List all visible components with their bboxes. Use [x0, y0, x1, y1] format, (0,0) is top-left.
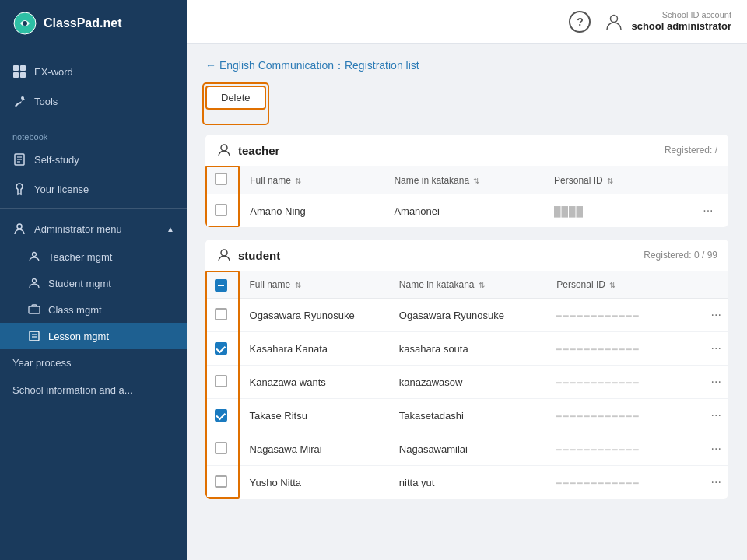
table-row: Nagasawa Mirai Nagasawamilai ━━━━━━━━━━━… — [205, 432, 728, 466]
svg-point-13 — [33, 279, 37, 283]
teacher-table-body: Amano Ning Amanonei ████ ··· — [205, 194, 728, 228]
student-row6-menu-button[interactable]: ··· — [706, 474, 725, 491]
sidebar-item-exword[interactable]: EX-word — [0, 57, 187, 86]
sidebar-item-yearprocess-label: Year process — [12, 357, 71, 369]
teacher-icon — [216, 142, 232, 158]
sidebar-item-classmgmt[interactable]: Class mgmt — [0, 296, 187, 323]
sidebar: ClassPad.net EX-word Tools notebook Self… — [0, 0, 187, 560]
student-katakana-header[interactable]: Name in katakana ⇅ — [390, 271, 547, 299]
student-row4-fullname: Takase Ritsu — [240, 399, 390, 432]
admin-submenu: Teacher mgmt Student mgmt Class mgmt Les… — [0, 243, 187, 349]
student-table-scroll[interactable]: Ogasawara Ryunosuke Ogasawara Ryunosuke … — [205, 299, 728, 499]
sidebar-item-studentmgmt[interactable]: Student mgmt — [0, 270, 187, 296]
student-row1-menu-button[interactable]: ··· — [706, 306, 725, 324]
student-row4-menu-button[interactable]: ··· — [706, 407, 725, 424]
sidebar-item-yourlicense[interactable]: Your license — [0, 174, 187, 204]
student-row5-fullname: Nagasawa Mirai — [240, 432, 390, 466]
student-row1-checkbox[interactable] — [215, 308, 227, 320]
breadcrumb[interactable]: ← English Communication：Registration lis… — [205, 59, 728, 73]
teacher-row-actions[interactable]: ··· — [689, 194, 728, 228]
student-section: student Registered: 0 / 99 — [205, 240, 728, 499]
teacher-section: teacher Registered: / Full name — [205, 135, 728, 227]
student-row6-actions[interactable]: ··· — [696, 466, 728, 499]
sidebar-item-tools[interactable]: Tools — [0, 86, 187, 116]
student-row6-check[interactable] — [205, 466, 240, 499]
student-row3-personalid: ━━━━━━━━━━━━ — [547, 366, 696, 399]
sidebar-nav: EX-word Tools notebook Self-study Your l… — [0, 47, 187, 560]
student-row5-menu-button[interactable]: ··· — [706, 440, 725, 457]
svg-rect-2 — [13, 65, 19, 71]
personalid-sort-icon: ⇅ — [607, 177, 613, 185]
student-personalid-header[interactable]: Personal ID ⇅ — [547, 271, 696, 299]
sidebar-item-classmgmt-label: Class mgmt — [48, 304, 102, 316]
topbar-right: ? School ID account school administrator — [569, 9, 731, 33]
student-row5-actions[interactable]: ··· — [696, 432, 728, 466]
logo[interactable]: ClassPad.net — [0, 0, 187, 47]
student-row5-katakana: Nagasawamilai — [390, 432, 547, 466]
student-check-header[interactable] — [205, 271, 240, 299]
teacher-katakana-header[interactable]: Name in katakana ⇅ — [384, 166, 545, 194]
student-icon — [216, 247, 232, 263]
student-row4-check[interactable] — [205, 399, 240, 432]
student-row1-check[interactable] — [205, 299, 240, 332]
svg-point-11 — [17, 224, 22, 229]
teacher-title-text: teacher — [238, 144, 279, 157]
student-row1-actions[interactable]: ··· — [696, 299, 728, 332]
student-row3-checkbox[interactable] — [215, 375, 227, 387]
student-row5-checkbox[interactable] — [215, 442, 227, 454]
student-row4-checkbox[interactable] — [215, 409, 227, 422]
svg-point-6 — [21, 96, 24, 100]
student-personalid-sort-icon: ⇅ — [609, 281, 615, 289]
student-row5-check[interactable] — [205, 432, 240, 466]
student-row2-checkbox[interactable] — [215, 342, 227, 355]
help-button[interactable]: ? — [569, 11, 591, 33]
table-row: Takase Ritsu Takasetadashi ━━━━━━━━━━━━ … — [205, 399, 728, 432]
teacher-personalid-header[interactable]: Personal ID ⇅ — [545, 166, 689, 194]
user-menu[interactable]: School ID account school administrator — [603, 9, 731, 33]
sidebar-item-lessonmgmt-label: Lesson mgmt — [48, 331, 109, 342]
student-row6-checkbox[interactable] — [215, 475, 227, 488]
admin-label: school administrator — [631, 20, 731, 33]
teacher-fullname-header[interactable]: Full name ⇅ — [240, 166, 384, 194]
teacher-row-check[interactable] — [205, 194, 240, 228]
student-fullname-header[interactable]: Full name ⇅ — [240, 271, 390, 299]
table-row: Yusho Nitta nitta yut ━━━━━━━━━━━━ ··· — [205, 466, 728, 499]
student-row3-actions[interactable]: ··· — [696, 366, 728, 399]
katakana-sort-icon: ⇅ — [473, 177, 479, 185]
student-row2-actions[interactable]: ··· — [696, 332, 728, 366]
school-id-label: School ID account — [631, 9, 731, 20]
student-select-all-checkbox[interactable] — [215, 279, 227, 292]
teacher-section-title: teacher — [216, 142, 279, 158]
student-row2-menu-button[interactable]: ··· — [706, 340, 725, 357]
student-fullname-sort-icon: ⇅ — [295, 281, 301, 289]
sidebar-item-selfstudy[interactable]: Self-study — [0, 145, 187, 174]
delete-button[interactable]: Delete — [205, 86, 266, 110]
student-row4-actions[interactable]: ··· — [696, 399, 728, 432]
svg-point-19 — [221, 145, 227, 151]
sidebar-item-adminmenu[interactable]: Administrator menu ▲ — [0, 214, 187, 243]
teacher-row-personalid: ████ — [545, 194, 689, 228]
sidebar-item-lessonmgmt[interactable]: Lesson mgmt — [0, 323, 187, 349]
sidebar-item-schoolinfo[interactable]: School information and a... — [0, 376, 187, 404]
student-row1-katakana: Ogasawara Ryunosuke — [390, 299, 547, 332]
student-row3-menu-button[interactable]: ··· — [706, 373, 725, 390]
sidebar-item-yearprocess[interactable]: Year process — [0, 349, 187, 376]
student-row3-check[interactable] — [205, 366, 240, 399]
svg-rect-14 — [29, 306, 40, 313]
student-row4-personalid: ━━━━━━━━━━━━ — [547, 399, 696, 432]
student-table: Full name ⇅ Name in katakana ⇅ Personal … — [205, 271, 728, 299]
teacher-select-all-checkbox[interactable] — [215, 173, 227, 185]
student-row2-personalid: ━━━━━━━━━━━━ — [547, 332, 696, 366]
sidebar-item-teachermgmt[interactable]: Teacher mgmt — [0, 243, 187, 270]
teacher-row-checkbox[interactable] — [215, 204, 227, 216]
table-row: Ogasawara Ryunosuke Ogasawara Ryunosuke … — [205, 299, 728, 332]
svg-rect-3 — [20, 65, 26, 71]
teacher-row-menu-button[interactable]: ··· — [698, 202, 717, 219]
student-section-header: student Registered: 0 / 99 — [205, 240, 728, 271]
user-icon — [603, 11, 625, 33]
svg-point-20 — [221, 250, 227, 256]
teacher-check-header[interactable] — [205, 166, 240, 194]
student-row2-check[interactable] — [205, 332, 240, 366]
teacher-row-katakana: Amanonei — [384, 194, 545, 228]
chevron-up-icon: ▲ — [167, 225, 174, 233]
